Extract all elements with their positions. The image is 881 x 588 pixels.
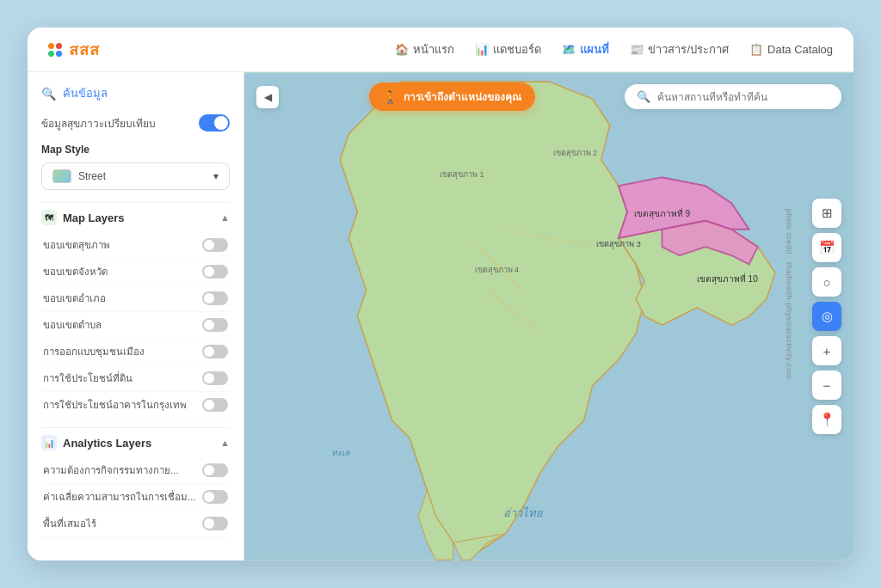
- layer-landuse-toggle[interactable]: [202, 371, 228, 385]
- circle-ctrl-btn[interactable]: ○: [812, 267, 841, 297]
- comparison-toggle-row: ข้อมูลสุขภาวะเปรียบเทียบ: [41, 114, 230, 132]
- app-window: สสส 🏠 หน้าแรก 📊 แดชบอร์ด 🗺️ แผนที่ 📰 ข่า…: [28, 28, 853, 560]
- layer-item-landuse: การใช้ประโยชน์ที่ดิน: [41, 365, 230, 392]
- nav-map[interactable]: 🗺️ แผนที่: [562, 40, 609, 58]
- map-search[interactable]: 🔍: [625, 84, 841, 109]
- analytics-connectivity-toggle[interactable]: [202, 490, 228, 504]
- analytics-connectivity-label: ค่าเฉลี่ยความสามารถในการเชื่อม...: [43, 489, 202, 505]
- chevron-down-icon: ▾: [213, 170, 219, 182]
- layer-subdistrict-toggle[interactable]: [202, 318, 228, 332]
- map-style-select[interactable]: Street ▾: [41, 162, 230, 190]
- map-side-controls: ⊞ 📅 ○ ◎ + − 📍: [812, 199, 841, 434]
- sidebar-search[interactable]: 🔍 ค้นข้อมูล: [41, 84, 230, 102]
- logo-dot-3: [48, 51, 54, 57]
- analytics-area-label: พื้นที่เสมอไร้: [43, 516, 202, 531]
- nav-dashboard[interactable]: 📊 แดชบอร์ด: [475, 40, 541, 58]
- analytics-area-toggle[interactable]: [202, 517, 228, 530]
- home-icon: 🏠: [395, 43, 409, 56]
- map-layers-chevron: ▲: [220, 212, 230, 223]
- layer-landuse-label: การใช้ประโยชน์ที่ดิน: [43, 371, 202, 386]
- search-icon: 🔍: [41, 87, 56, 101]
- map-layers-header[interactable]: 🗺 Map Layers ▲: [41, 202, 230, 232]
- layer-item-subdistrict: ขอบเขตตำบล: [41, 312, 230, 339]
- map-icon: 🗺️: [562, 43, 576, 56]
- analytics-item-connectivity: ค่าเฉลี่ยความสามารถในการเชื่อม...: [41, 484, 230, 511]
- svg-text:เขตสุขภาพ 2: เขตสุขภาพ 2: [553, 149, 598, 158]
- main-content: 🔍 ค้นข้อมูล ข้อมูลสุขภาวะเปรียบเทียบ Map…: [28, 72, 853, 560]
- analytics-layers-section: 📊 Analytics Layers ▲ ความต้องการกิจกรรมท…: [41, 427, 230, 537]
- analytics-layers-title: 📊 Analytics Layers: [41, 435, 151, 450]
- analytics-layers-list: ความต้องการกิจกรรมทางกาย... ค่าเฉลี่ยควา…: [41, 457, 230, 537]
- layer-province-label: ขอบเขตจังหวัด: [43, 264, 202, 279]
- layer-item-urban: การออกแบบชุมชนเมือง: [41, 339, 230, 365]
- logo-dot-4: [56, 51, 62, 57]
- analytics-layers-label: Analytics Layers: [63, 437, 151, 450]
- nav-catalog-label: Data Catalog: [767, 43, 833, 56]
- layer-health-toggle[interactable]: [202, 238, 228, 252]
- target-ctrl-btn[interactable]: ◎: [812, 302, 841, 331]
- analytics-layers-icon: 📊: [41, 435, 57, 450]
- layer-item-health: ขอบเขตสุขภาพ: [41, 232, 230, 259]
- nav-map-label: แผนที่: [580, 40, 609, 58]
- analytics-demand-label: ความต้องการกิจกรรมทางกาย...: [43, 462, 202, 478]
- map-search-icon: 🔍: [637, 90, 650, 103]
- layer-item-province: ขอบเขตจังหวัด: [41, 259, 230, 285]
- person-ctrl-btn[interactable]: 📍: [812, 405, 841, 434]
- map-layers-section: 🗺 Map Layers ▲ ขอบเขตสุขภาพ ขอบเขตจังหวั…: [41, 202, 230, 419]
- photo-credit: photo credit : thaihealth-physicalactivi…: [785, 209, 793, 379]
- map-area[interactable]: เขตสุขภาพที่ 9 เขตสุขภาพที่ 10 เขตสุขภาพ…: [244, 72, 853, 560]
- layers-ctrl-btn[interactable]: ⊞: [812, 199, 841, 228]
- nav-news-label: ข่าวสาร/ประกาศ: [648, 40, 729, 58]
- map-layers-icon: 🗺: [41, 210, 57, 225]
- map-layers-title: 🗺 Map Layers: [41, 210, 125, 225]
- zoom-out-btn[interactable]: −: [812, 371, 841, 400]
- layer-district-toggle[interactable]: [202, 291, 228, 305]
- comparison-toggle[interactable]: [199, 114, 230, 132]
- zoom-in-btn[interactable]: +: [812, 336, 841, 365]
- nav-dashboard-label: แดชบอร์ด: [493, 40, 541, 58]
- analytics-demand-toggle[interactable]: [202, 463, 228, 477]
- svg-text:เขตสุขภาพ 4: เขตสุขภาพ 4: [475, 266, 520, 275]
- style-thumbnail: [52, 169, 71, 183]
- location-icon: 🚶: [383, 90, 397, 104]
- layer-province-toggle[interactable]: [202, 265, 228, 279]
- layer-urban-toggle[interactable]: [202, 345, 228, 358]
- calendar-ctrl-btn[interactable]: 📅: [812, 233, 841, 262]
- location-button[interactable]: 🚶 การเข้าถึงตำแหน่งของคุณ: [369, 83, 535, 111]
- news-icon: 📰: [630, 43, 644, 56]
- dashboard-icon: 📊: [475, 43, 489, 56]
- comparison-label: ข้อมูลสุขภาวะเปรียบเทียบ: [41, 115, 156, 132]
- layer-health-label: ขอบเขตสุขภาพ: [43, 237, 202, 253]
- map-svg: เขตสุขภาพที่ 9 เขตสุขภาพที่ 10 เขตสุขภาพ…: [244, 72, 853, 560]
- svg-text:อ่าวไทย: อ่าวไทย: [503, 506, 544, 519]
- svg-text:เขตสุขภาพ 3: เขตสุขภาพ 3: [596, 240, 641, 249]
- collapse-sidebar-btn[interactable]: ◀: [256, 86, 279, 108]
- map-layers-list: ขอบเขตสุขภาพ ขอบเขตจังหวัด ขอบเขตอำเภอ ข…: [41, 232, 230, 419]
- style-selected-label: Street: [78, 170, 106, 182]
- svg-text:ทะเล: ทะเล: [331, 448, 350, 457]
- svg-text:เขตสุขภาพที่ 10: เขตสุขภาพที่ 10: [697, 273, 758, 285]
- nav-home[interactable]: 🏠 หน้าแรก: [395, 40, 454, 58]
- map-top-bar: ◀ 🚶 การเข้าถึงตำแหน่งของคุณ 🔍: [244, 83, 853, 111]
- map-search-input[interactable]: [657, 91, 829, 103]
- logo: สสส: [48, 37, 100, 62]
- nav-news[interactable]: 📰 ข่าวสาร/ประกาศ: [630, 40, 729, 58]
- catalog-icon: 📋: [749, 43, 763, 56]
- layer-district-label: ขอบเขตอำเภอ: [43, 291, 202, 306]
- analytics-layers-chevron: ▲: [220, 438, 230, 448]
- location-btn-label: การเข้าถึงตำแหน่งของคุณ: [404, 89, 521, 105]
- layer-bkk-label: การใช้ประโยชน์อาคารในกรุงเทพ: [43, 397, 202, 413]
- logo-dots: [48, 43, 62, 57]
- nav-catalog[interactable]: 📋 Data Catalog: [749, 43, 833, 56]
- analytics-item-demand: ความต้องการกิจกรรมทางกาย...: [41, 457, 230, 484]
- map-style-section: Map Style Street ▾: [41, 144, 230, 190]
- analytics-layers-header[interactable]: 📊 Analytics Layers ▲: [41, 427, 230, 457]
- map-layers-label: Map Layers: [63, 211, 125, 224]
- layer-subdistrict-label: ขอบเขตตำบล: [43, 317, 202, 333]
- analytics-item-area: พื้นที่เสมอไร้: [41, 511, 230, 537]
- style-select-left: Street: [52, 169, 106, 183]
- logo-dot-2: [56, 43, 62, 49]
- sidebar: 🔍 ค้นข้อมูล ข้อมูลสุขภาวะเปรียบเทียบ Map…: [28, 72, 244, 560]
- layer-bkk-toggle[interactable]: [202, 398, 228, 412]
- header: สสส 🏠 หน้าแรก 📊 แดชบอร์ด 🗺️ แผนที่ 📰 ข่า…: [28, 28, 853, 72]
